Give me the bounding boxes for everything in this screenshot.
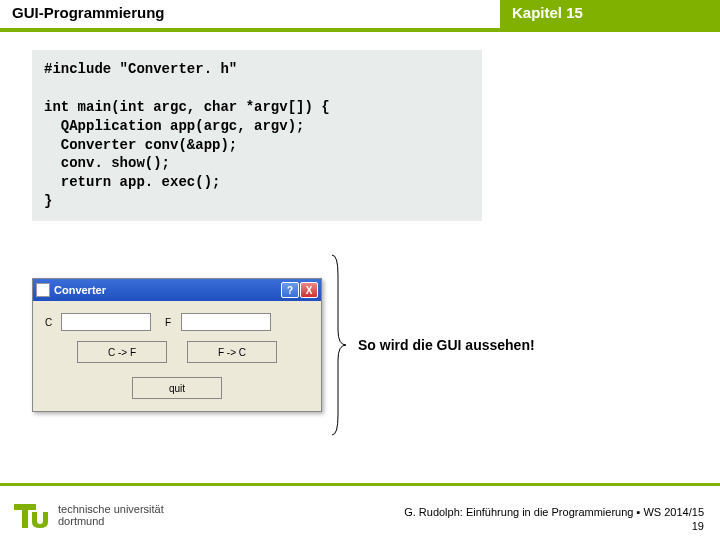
slide-header: GUI-Programmierung Kapitel 15 <box>0 0 720 32</box>
btn-quit[interactable]: quit <box>132 377 222 399</box>
input-c[interactable] <box>61 313 151 331</box>
gui-window: Converter ? X C F C -> F F -> C <box>32 278 322 412</box>
logo-line1: technische universität <box>58 503 164 515</box>
footer-divider <box>0 483 720 486</box>
gui-caption: So wird die GUI aussehen! <box>358 337 535 353</box>
gui-body: C F C -> F F -> C quit <box>33 301 321 411</box>
btn-c-to-f[interactable]: C -> F <box>77 341 167 363</box>
header-title-right: Kapitel 15 <box>500 0 720 32</box>
page-number: 19 <box>692 520 704 532</box>
close-button[interactable]: X <box>300 282 318 298</box>
code-block: #include "Converter. h" int main(int arg… <box>32 50 482 221</box>
input-f[interactable] <box>181 313 271 331</box>
footer-text: G. Rudolph: Einführung in die Programmie… <box>404 506 704 518</box>
label-f: F <box>165 317 177 328</box>
logo-line2: dortmund <box>58 515 164 527</box>
titlebar: Converter ? X <box>33 279 321 301</box>
header-title-left: GUI-Programmierung <box>0 0 500 32</box>
label-c: C <box>45 317 57 328</box>
curly-brace-icon <box>328 250 348 440</box>
gui-preview-area: Converter ? X C F C -> F F -> C <box>32 250 535 440</box>
svg-rect-1 <box>22 504 28 528</box>
btn-f-to-c[interactable]: F -> C <box>187 341 277 363</box>
logo-text: technische universität dortmund <box>58 503 164 527</box>
university-logo: technische universität dortmund <box>14 500 164 530</box>
window-title: Converter <box>54 284 281 296</box>
tu-logo-icon <box>14 500 50 530</box>
app-icon <box>36 283 50 297</box>
help-button[interactable]: ? <box>281 282 299 298</box>
